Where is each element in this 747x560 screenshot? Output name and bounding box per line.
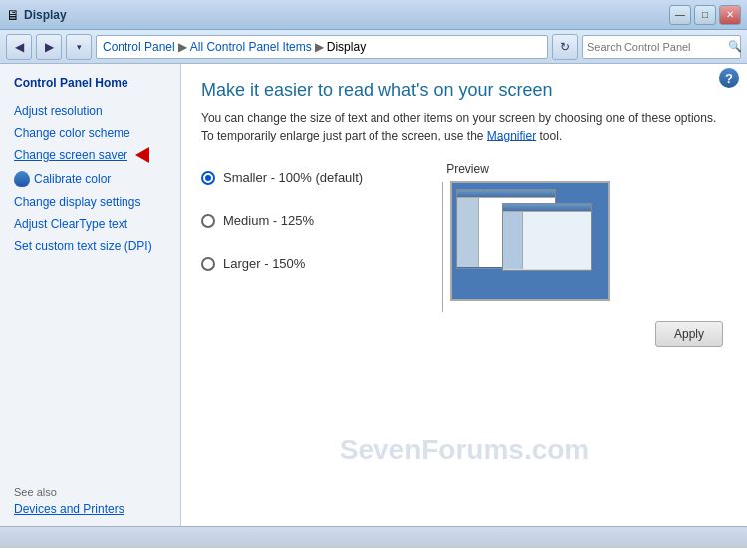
sidebar-item-home[interactable]: Control Panel Home bbox=[0, 72, 180, 94]
content-area: ? Make it easier to read what's on your … bbox=[181, 64, 747, 526]
minimize-button[interactable]: — bbox=[669, 5, 691, 25]
radio-label-larger: Larger - 150% bbox=[223, 256, 305, 271]
radio-option-larger[interactable]: Larger - 150% bbox=[201, 256, 363, 271]
dropdown-button[interactable]: ▾ bbox=[66, 34, 92, 60]
sidebar-item-adjust-resolution[interactable]: Adjust resolution bbox=[0, 100, 180, 122]
apply-button[interactable]: Apply bbox=[655, 321, 723, 347]
sidebar-see-also-label: See also bbox=[0, 480, 180, 500]
back-button[interactable]: ◀ bbox=[6, 34, 32, 60]
preview-area: Preview bbox=[442, 162, 727, 301]
window-title: Display bbox=[24, 8, 67, 22]
sidebar-item-calibrate-color[interactable]: Calibrate color bbox=[0, 167, 180, 191]
address-bar: ◀ ▶ ▾ Control Panel ▶ All Control Panel … bbox=[0, 30, 747, 64]
help-icon[interactable]: ? bbox=[719, 68, 739, 88]
magnifier-link[interactable]: Magnifier bbox=[487, 129, 536, 142]
preview-image bbox=[450, 181, 610, 301]
main-container: Control Panel Home Adjust resolution Cha… bbox=[0, 64, 747, 526]
radio-options: Smaller - 100% (default) Medium - 125% L… bbox=[201, 162, 363, 301]
sidebar: Control Panel Home Adjust resolution Cha… bbox=[0, 64, 181, 526]
radio-option-smaller[interactable]: Smaller - 100% (default) bbox=[201, 170, 363, 185]
title-bar: 🖥 Display — □ ✕ bbox=[0, 0, 747, 30]
radio-option-medium[interactable]: Medium - 125% bbox=[201, 213, 363, 228]
home-label: Control Panel Home bbox=[14, 76, 128, 90]
content-description: You can change the size of text and othe… bbox=[201, 109, 719, 144]
search-icon: 🔍 bbox=[728, 40, 742, 53]
apply-area: Apply bbox=[201, 321, 727, 347]
preview-label: Preview bbox=[442, 162, 489, 176]
watermark: SevenForums.com bbox=[340, 434, 590, 466]
radio-label-medium: Medium - 125% bbox=[223, 213, 314, 228]
sidebar-divider bbox=[0, 257, 180, 480]
sidebar-item-adjust-cleartype[interactable]: Adjust ClearType text bbox=[0, 213, 180, 235]
radio-group: Smaller - 100% (default) Medium - 125% L… bbox=[201, 162, 727, 301]
sidebar-item-change-color-scheme[interactable]: Change color scheme bbox=[0, 122, 180, 143]
radio-circle-medium bbox=[201, 214, 215, 228]
forward-button[interactable]: ▶ bbox=[36, 34, 62, 60]
breadcrumb-all-items[interactable]: All Control Panel Items bbox=[190, 40, 312, 54]
sidebar-devices-printers-link[interactable]: Devices and Printers bbox=[0, 500, 180, 518]
status-bar bbox=[0, 526, 747, 548]
maximize-button[interactable]: □ bbox=[694, 5, 716, 25]
breadcrumb-control-panel[interactable]: Control Panel bbox=[103, 40, 175, 54]
sidebar-item-custom-text-size[interactable]: Set custom text size (DPI) bbox=[0, 235, 180, 257]
shield-icon bbox=[14, 171, 30, 187]
sidebar-item-change-display-settings[interactable]: Change display settings bbox=[0, 191, 180, 213]
radio-inner-smaller bbox=[205, 175, 211, 181]
red-arrow-annotation bbox=[135, 147, 149, 163]
search-input[interactable] bbox=[587, 41, 724, 53]
radio-label-smaller: Smaller - 100% (default) bbox=[223, 170, 363, 185]
title-bar-controls: — □ ✕ bbox=[669, 5, 741, 25]
breadcrumb-bar: Control Panel ▶ All Control Panel Items … bbox=[96, 35, 548, 59]
sidebar-item-change-screen-saver[interactable]: Change screen saver bbox=[0, 143, 180, 167]
search-bar[interactable]: 🔍 bbox=[582, 35, 741, 59]
radio-circle-smaller bbox=[201, 171, 215, 185]
radio-circle-larger bbox=[201, 257, 215, 271]
refresh-button[interactable]: ↻ bbox=[552, 34, 578, 60]
window-icon: 🖥 bbox=[6, 7, 20, 23]
close-button[interactable]: ✕ bbox=[719, 5, 741, 25]
title-bar-left: 🖥 Display bbox=[6, 7, 67, 23]
content-title: Make it easier to read what's on your sc… bbox=[201, 80, 727, 101]
breadcrumb-current: Display bbox=[327, 40, 366, 54]
